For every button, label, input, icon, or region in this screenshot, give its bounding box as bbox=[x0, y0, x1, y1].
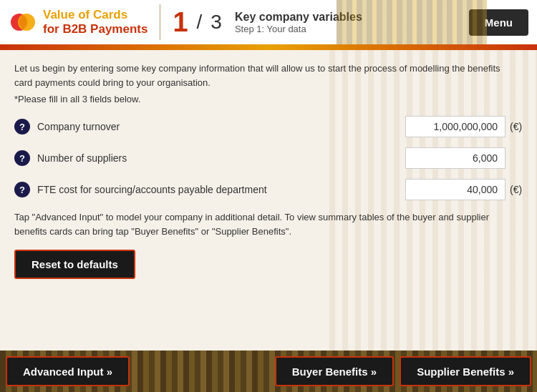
orange-bar bbox=[0, 44, 537, 50]
company-turnover-label: Company turnover bbox=[37, 121, 405, 132]
num-suppliers-row: ? Number of suppliers bbox=[14, 147, 523, 169]
header-title-text: Value of Cards for B2B Payments bbox=[43, 8, 147, 37]
step-current: 1 bbox=[173, 9, 188, 36]
buyer-benefits-button[interactable]: Buyer Benefits » bbox=[275, 356, 394, 386]
fte-input-group: (€) bbox=[405, 179, 523, 200]
company-turnover-input[interactable] bbox=[405, 116, 505, 137]
num-suppliers-input[interactable] bbox=[405, 147, 505, 169]
turnover-currency: (€) bbox=[510, 121, 523, 132]
header: Value of Cards for B2B Payments 1 / 3 Ke… bbox=[0, 0, 537, 44]
intro-text: Let us begin by entering some key compan… bbox=[14, 62, 501, 89]
fte-cost-input[interactable] bbox=[405, 179, 505, 200]
mastercard-icon bbox=[9, 8, 37, 36]
suppliers-input-group bbox=[405, 147, 523, 169]
building-decoration bbox=[337, 0, 487, 44]
supplier-benefits-button[interactable]: Supplier Benefits » bbox=[400, 356, 531, 386]
tap-text: Tap "Advanced Input" to model your compa… bbox=[14, 210, 501, 238]
bottom-nav: Advanced Input » Buyer Benefits » Suppli… bbox=[0, 351, 537, 392]
step-separator: / bbox=[197, 11, 203, 34]
turnover-input-group: (€) bbox=[405, 116, 523, 137]
required-text: *Please fill in all 3 fields below. bbox=[14, 94, 523, 104]
num-suppliers-label: Number of suppliers bbox=[37, 152, 405, 164]
fte-currency: (€) bbox=[510, 184, 523, 195]
fte-cost-label: FTE cost for sourcing/accounts payable d… bbox=[37, 184, 405, 195]
advanced-input-button[interactable]: Advanced Input » bbox=[6, 356, 130, 386]
company-turnover-row: ? Company turnover (€) bbox=[14, 116, 523, 137]
help-icon-turnover[interactable]: ? bbox=[14, 119, 30, 134]
reset-button[interactable]: Reset to defaults bbox=[14, 250, 135, 279]
header-title-line2: for B2B Payments bbox=[43, 22, 147, 36]
logo: Value of Cards for B2B Payments bbox=[9, 8, 147, 37]
main-content: Let us begin by entering some key compan… bbox=[0, 50, 537, 351]
header-divider bbox=[159, 4, 161, 40]
fte-cost-row: ? FTE cost for sourcing/accounts payable… bbox=[14, 179, 523, 200]
help-icon-fte[interactable]: ? bbox=[14, 182, 30, 197]
help-icon-suppliers[interactable]: ? bbox=[14, 150, 30, 166]
step-total: 3 bbox=[211, 11, 222, 34]
header-title-line1: Value of Cards bbox=[43, 8, 147, 22]
